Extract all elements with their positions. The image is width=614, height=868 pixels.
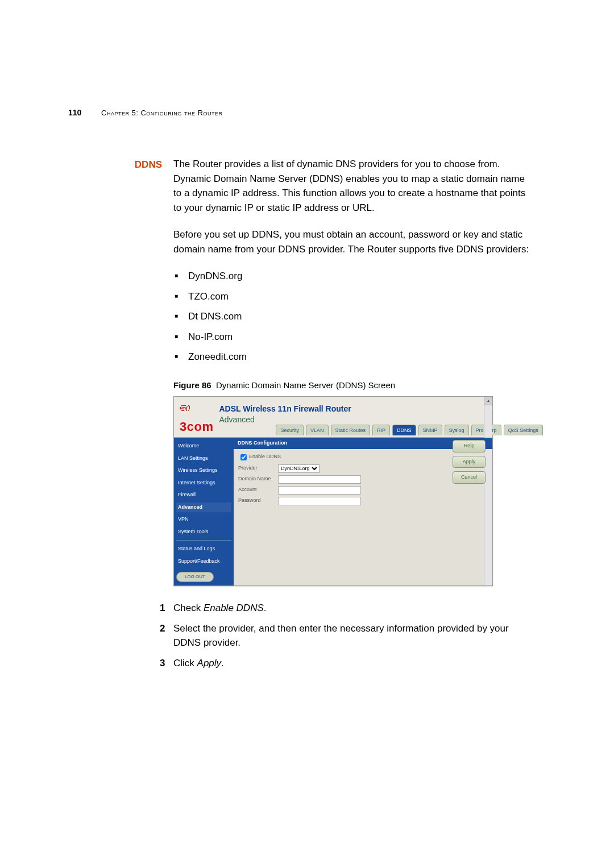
step-2: Select the provider, and then enter the … xyxy=(162,621,534,650)
list-item: Zoneedit.com xyxy=(173,350,534,364)
logo-icon: ෨ xyxy=(180,402,190,415)
tab-static-routes[interactable]: Static Routes xyxy=(331,425,371,436)
figure-caption: Figure 86 Dynamic Domain Name Server (DD… xyxy=(173,379,534,392)
page-number: 110 xyxy=(68,108,91,117)
step-3: Click Apply. xyxy=(162,656,534,671)
sidebar-item-support-feedback[interactable]: Support/Feedback xyxy=(176,556,231,567)
help-button[interactable]: Help xyxy=(453,440,486,452)
device-title: ADSL Wireless 11n Firewall Router xyxy=(219,403,542,415)
cancel-button[interactable]: Cancel xyxy=(453,471,486,484)
scroll-up-icon[interactable]: ▴ xyxy=(484,397,492,405)
tab-vlan[interactable]: VLAN xyxy=(306,425,329,436)
sidebar-item-system-tools[interactable]: System Tools xyxy=(176,527,231,537)
list-item: Dt DNS.com xyxy=(173,309,534,324)
provider-select[interactable]: DynDNS.org xyxy=(278,464,320,473)
enable-ddns-label: Enable DDNS xyxy=(249,453,281,461)
sidebar-item-internet-settings[interactable]: Internet Settings xyxy=(176,478,231,488)
instruction-steps: Check Enable DDNS. Select the provider, … xyxy=(173,601,534,670)
sidebar-nav: Welcome LAN Settings Wireless Settings I… xyxy=(174,438,234,585)
password-label: Password xyxy=(238,497,278,505)
tab-security[interactable]: Security xyxy=(276,425,304,436)
tab-qos-settings[interactable]: QoS Settings xyxy=(504,425,543,436)
step-1: Check Enable DDNS. xyxy=(162,601,534,616)
list-item: No-IP.com xyxy=(173,330,534,344)
tab-bar: Security VLAN Static Routes RIP DDNS SNM… xyxy=(276,425,542,436)
account-label: Account xyxy=(238,486,278,494)
sidebar-item-advanced[interactable]: Advanced xyxy=(176,502,231,513)
provider-list: DynDNS.org TZO.com Dt DNS.com No-IP.com … xyxy=(173,269,534,364)
provider-label: Provider xyxy=(238,464,278,472)
chapter-header: Chapter 5: Configuring the Router xyxy=(101,109,222,117)
logout-button[interactable]: LOG OUT xyxy=(176,572,214,582)
brand-logo: 3com xyxy=(180,420,213,434)
password-input[interactable] xyxy=(278,497,361,505)
domain-name-input[interactable] xyxy=(278,475,361,484)
sidebar-item-welcome[interactable]: Welcome xyxy=(176,441,231,451)
sidebar-item-status-logs[interactable]: Status and Logs xyxy=(176,544,231,554)
intro-paragraph-1: The Router provides a list of dynamic DN… xyxy=(173,157,534,215)
sidebar-item-firewall[interactable]: Firewall xyxy=(176,490,231,500)
tab-snmp[interactable]: SNMP xyxy=(418,425,442,436)
sidebar-item-vpn[interactable]: VPN xyxy=(176,514,231,525)
section-heading-ddns: DDNS xyxy=(68,157,162,676)
list-item: TZO.com xyxy=(173,289,534,304)
tab-ddns[interactable]: DDNS xyxy=(392,425,416,436)
tab-rip[interactable]: RIP xyxy=(372,425,390,436)
list-item: DynDNS.org xyxy=(173,269,534,284)
account-input[interactable] xyxy=(278,486,361,495)
intro-paragraph-2: Before you set up DDNS, you must obtain … xyxy=(173,227,534,256)
breadcrumb: Advanced xyxy=(219,414,542,426)
tab-syslog[interactable]: Syslog xyxy=(445,425,469,436)
sidebar-item-wireless-settings[interactable]: Wireless Settings xyxy=(176,466,231,476)
domain-name-label: Domain Name xyxy=(238,475,278,483)
ddns-screenshot: ▴ ෨ 3com ADSL Wireless 11n Firewall Rout… xyxy=(173,396,493,586)
enable-ddns-checkbox[interactable] xyxy=(240,454,247,460)
apply-button[interactable]: Apply xyxy=(453,456,486,468)
sidebar-item-lan-settings[interactable]: LAN Settings xyxy=(176,454,231,464)
